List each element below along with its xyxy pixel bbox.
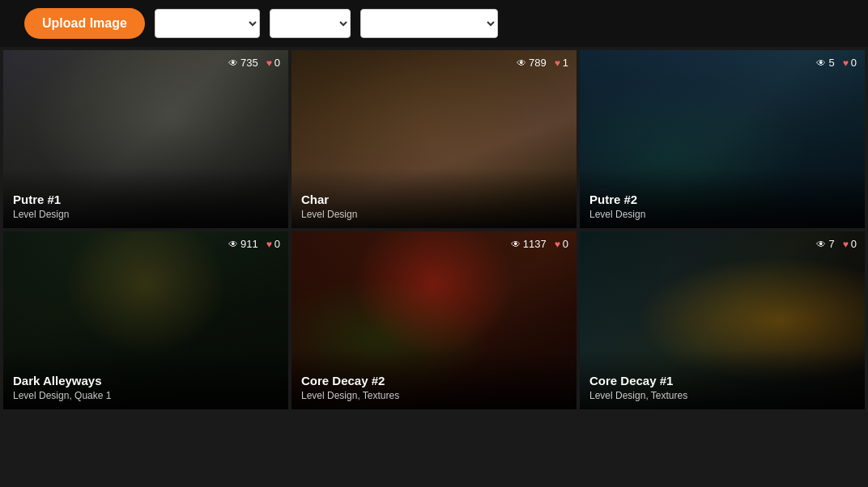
card-core-decay2[interactable]: 1137 0 Core Decay #2 Level Design, Textu… [291, 231, 577, 409]
view-count: 1137 [523, 238, 547, 250]
view-count: 5 [828, 57, 834, 69]
card-tags: Level Design, Textures [301, 390, 567, 401]
view-count: 7 [828, 238, 834, 250]
card-overlay-core-decay2: Core Decay #2 Level Design, Textures [291, 349, 577, 409]
likes-stat: 0 [843, 57, 857, 69]
card-putre2[interactable]: 5 0 Putre #2 Level Design [580, 50, 865, 228]
card-stats-dark-alleyways: 911 0 [228, 238, 280, 250]
eye-icon [228, 238, 238, 250]
upload-image-button[interactable]: Upload Image [24, 8, 145, 39]
likes-stat: 0 [266, 57, 280, 69]
like-count: 0 [274, 238, 280, 250]
filter-sort-select[interactable]: Newest Popular [270, 9, 351, 38]
card-stats-putre1: 735 0 [228, 57, 280, 69]
like-count: 0 [563, 238, 568, 250]
card-overlay-putre1: Putre #1 Level Design [3, 168, 288, 228]
card-overlay-core-decay1: Core Decay #1 Level Design, Textures [580, 349, 865, 409]
views-stat: 5 [816, 57, 834, 69]
likes-stat: 0 [555, 238, 568, 250]
heart-icon [266, 57, 272, 69]
view-count: 911 [240, 238, 258, 250]
card-overlay-dark-alleyways: Dark Alleyways Level Design, Quake 1 [3, 349, 288, 409]
heart-icon [843, 238, 849, 250]
heart-icon [266, 238, 272, 250]
like-count: 0 [851, 238, 857, 250]
card-overlay-putre2: Putre #2 Level Design [580, 168, 865, 228]
card-title: Core Decay #1 [589, 374, 855, 387]
views-stat: 7 [816, 238, 834, 250]
eye-icon [228, 57, 238, 69]
eye-icon [517, 57, 526, 69]
card-title: Dark Alleyways [13, 374, 279, 387]
like-count: 0 [851, 57, 857, 69]
card-overlay-char: Char Level Design [291, 168, 577, 228]
card-stats-putre2: 5 0 [816, 57, 857, 69]
card-stats-char: 789 1 [517, 57, 568, 69]
card-tags: Level Design, Textures [589, 390, 855, 401]
card-tags: Level Design [301, 209, 567, 220]
eye-icon [511, 238, 521, 250]
header: Upload Image Level Design Textures Newes… [0, 0, 868, 47]
views-stat: 1137 [511, 238, 547, 250]
heart-icon [843, 57, 849, 69]
views-stat: 735 [228, 57, 258, 69]
card-title: Char [301, 193, 567, 206]
card-stats-core-decay2: 1137 0 [511, 238, 568, 250]
card-dark-alleyways[interactable]: 911 0 Dark Alleyways Level Design, Quake… [3, 231, 288, 409]
view-count: 789 [529, 57, 547, 69]
card-stats-core-decay1: 7 0 [816, 238, 857, 250]
card-tags: Level Design [13, 209, 279, 220]
gallery-grid: 735 0 Putre #1 Level Design 789 1 [0, 47, 868, 413]
filter-game-select[interactable]: Quake 1 Quake 2 All [360, 9, 498, 38]
heart-icon [555, 238, 560, 250]
views-stat: 789 [517, 57, 547, 69]
views-stat: 911 [228, 238, 258, 250]
like-count: 0 [274, 57, 280, 69]
card-title: Putre #2 [589, 193, 855, 206]
filter-category-select[interactable]: Level Design Textures [155, 9, 260, 38]
heart-icon [555, 57, 560, 69]
card-title: Putre #1 [13, 193, 279, 206]
card-putre1[interactable]: 735 0 Putre #1 Level Design [3, 50, 288, 228]
card-char[interactable]: 789 1 Char Level Design [291, 50, 577, 228]
view-count: 735 [240, 57, 258, 69]
eye-icon [816, 238, 826, 250]
likes-stat: 0 [266, 238, 280, 250]
like-count: 1 [563, 57, 568, 69]
card-tags: Level Design [589, 209, 855, 220]
likes-stat: 1 [555, 57, 568, 69]
likes-stat: 0 [843, 238, 857, 250]
card-tags: Level Design, Quake 1 [13, 390, 279, 401]
card-core-decay1[interactable]: 7 0 Core Decay #1 Level Design, Textures [580, 231, 865, 409]
eye-icon [816, 57, 826, 69]
card-title: Core Decay #2 [301, 374, 567, 387]
